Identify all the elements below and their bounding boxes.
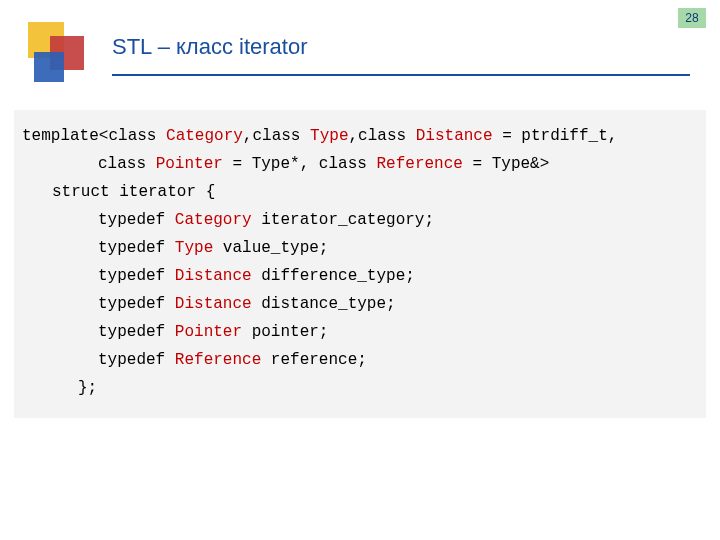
code-line: typedef Distance distance_type; [22, 290, 698, 318]
kw-typedef: typedef [98, 295, 165, 313]
txt-pointer: pointer; [242, 323, 328, 341]
kw-typedef: typedef [98, 351, 165, 369]
code-line: struct iterator { [22, 178, 698, 206]
tp-distance: Distance [175, 295, 252, 313]
struct-decl: struct iterator { [52, 183, 215, 201]
txt-difftype: difference_type; [252, 267, 415, 285]
struct-close: }; [78, 379, 97, 397]
kw-typedef: typedef [98, 323, 165, 341]
txt-disttype: distance_type; [252, 295, 396, 313]
txt-typestar: = Type* [223, 155, 300, 173]
title-underline [112, 74, 690, 76]
kw-class: class [358, 127, 406, 145]
kw-template: template [22, 127, 99, 145]
tp-reference: Reference [376, 155, 462, 173]
code-line: }; [22, 374, 698, 402]
txt-valtype: value_type; [213, 239, 328, 257]
txt-comma-class: ,class [243, 127, 301, 145]
tp-distance: Distance [416, 127, 493, 145]
tp-pointer: Pointer [156, 155, 223, 173]
tp-distance: Distance [175, 267, 252, 285]
tp-type: Type [175, 239, 213, 257]
tp-category: Category [166, 127, 243, 145]
tp-pointer: Pointer [175, 323, 242, 341]
kw-typedef: typedef [98, 211, 165, 229]
sym-comma: , [348, 127, 358, 145]
tp-type: Type [310, 127, 348, 145]
code-line: typedef Category iterator_category; [22, 206, 698, 234]
code-line: typedef Distance difference_type; [22, 262, 698, 290]
sym-lt: < [99, 127, 109, 145]
code-line: template<class Category,class Type,class… [22, 122, 698, 150]
slide: 28 STL – класс iterator template<class C… [0, 0, 720, 540]
code-block: template<class Category,class Type,class… [14, 110, 706, 418]
kw-class: class [108, 127, 156, 145]
tp-reference: Reference [175, 351, 261, 369]
kw-class: class [98, 155, 146, 173]
txt-typeamp: = Type& [463, 155, 540, 173]
kw-typedef: typedef [98, 267, 165, 285]
square-blue [34, 52, 64, 82]
page-title: STL – класс iterator [112, 34, 660, 60]
txt-ptrdiff: = ptrdiff_t, [493, 127, 618, 145]
page-number: 28 [685, 11, 698, 25]
code-line: typedef Pointer pointer; [22, 318, 698, 346]
page-number-badge: 28 [678, 8, 706, 28]
code-line: typedef Reference reference; [22, 346, 698, 374]
corner-decoration [28, 22, 88, 82]
code-line: class Pointer = Type*, class Reference =… [22, 150, 698, 178]
code-line: typedef Type value_type; [22, 234, 698, 262]
sym-gt: > [540, 155, 550, 173]
txt-comma-class: , class [300, 155, 367, 173]
kw-typedef: typedef [98, 239, 165, 257]
txt-itercat: iterator_category; [252, 211, 434, 229]
txt-reference: reference; [261, 351, 367, 369]
tp-category: Category [175, 211, 252, 229]
